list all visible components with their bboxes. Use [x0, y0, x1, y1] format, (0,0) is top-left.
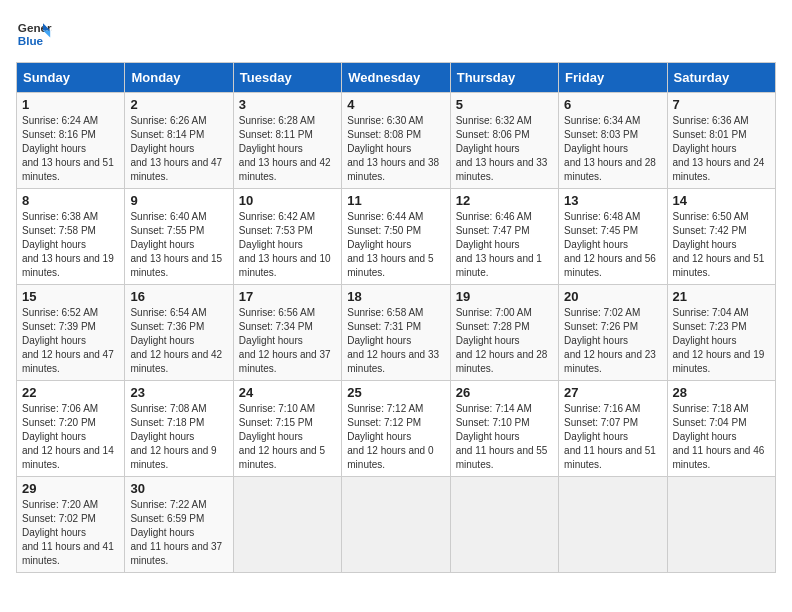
day-number: 27 [564, 385, 661, 400]
day-number: 26 [456, 385, 553, 400]
calendar-day-cell: 17Sunrise: 6:56 AMSunset: 7:34 PMDayligh… [233, 285, 341, 381]
calendar-week-row: 22Sunrise: 7:06 AMSunset: 7:20 PMDayligh… [17, 381, 776, 477]
calendar-day-cell: 5Sunrise: 6:32 AMSunset: 8:06 PMDaylight… [450, 93, 558, 189]
day-info: Sunrise: 7:14 AMSunset: 7:10 PMDaylight … [456, 402, 553, 472]
calendar-week-row: 15Sunrise: 6:52 AMSunset: 7:39 PMDayligh… [17, 285, 776, 381]
weekday-header-sunday: Sunday [17, 63, 125, 93]
day-number: 4 [347, 97, 444, 112]
day-number: 30 [130, 481, 227, 496]
day-number: 21 [673, 289, 770, 304]
logo: General Blue [16, 16, 52, 52]
day-info: Sunrise: 6:30 AMSunset: 8:08 PMDaylight … [347, 114, 444, 184]
logo-icon: General Blue [16, 16, 52, 52]
day-info: Sunrise: 6:54 AMSunset: 7:36 PMDaylight … [130, 306, 227, 376]
calendar-day-cell: 25Sunrise: 7:12 AMSunset: 7:12 PMDayligh… [342, 381, 450, 477]
calendar-day-cell: 4Sunrise: 6:30 AMSunset: 8:08 PMDaylight… [342, 93, 450, 189]
day-number: 16 [130, 289, 227, 304]
day-info: Sunrise: 6:36 AMSunset: 8:01 PMDaylight … [673, 114, 770, 184]
weekday-header-monday: Monday [125, 63, 233, 93]
day-number: 14 [673, 193, 770, 208]
day-number: 5 [456, 97, 553, 112]
day-info: Sunrise: 7:10 AMSunset: 7:15 PMDaylight … [239, 402, 336, 472]
calendar-day-cell: 30Sunrise: 7:22 AMSunset: 6:59 PMDayligh… [125, 477, 233, 573]
day-number: 8 [22, 193, 119, 208]
day-info: Sunrise: 6:26 AMSunset: 8:14 PMDaylight … [130, 114, 227, 184]
weekday-header-wednesday: Wednesday [342, 63, 450, 93]
page-header: General Blue [16, 16, 776, 52]
calendar-day-cell: 21Sunrise: 7:04 AMSunset: 7:23 PMDayligh… [667, 285, 775, 381]
day-info: Sunrise: 6:38 AMSunset: 7:58 PMDaylight … [22, 210, 119, 280]
calendar-day-cell [450, 477, 558, 573]
day-number: 25 [347, 385, 444, 400]
calendar-week-row: 29Sunrise: 7:20 AMSunset: 7:02 PMDayligh… [17, 477, 776, 573]
day-info: Sunrise: 7:06 AMSunset: 7:20 PMDaylight … [22, 402, 119, 472]
day-number: 6 [564, 97, 661, 112]
day-info: Sunrise: 6:48 AMSunset: 7:45 PMDaylight … [564, 210, 661, 280]
day-info: Sunrise: 6:50 AMSunset: 7:42 PMDaylight … [673, 210, 770, 280]
day-info: Sunrise: 7:08 AMSunset: 7:18 PMDaylight … [130, 402, 227, 472]
calendar-day-cell: 19Sunrise: 7:00 AMSunset: 7:28 PMDayligh… [450, 285, 558, 381]
day-number: 1 [22, 97, 119, 112]
calendar-day-cell: 16Sunrise: 6:54 AMSunset: 7:36 PMDayligh… [125, 285, 233, 381]
calendar-day-cell: 15Sunrise: 6:52 AMSunset: 7:39 PMDayligh… [17, 285, 125, 381]
day-info: Sunrise: 6:28 AMSunset: 8:11 PMDaylight … [239, 114, 336, 184]
day-info: Sunrise: 6:32 AMSunset: 8:06 PMDaylight … [456, 114, 553, 184]
day-info: Sunrise: 6:42 AMSunset: 7:53 PMDaylight … [239, 210, 336, 280]
day-number: 17 [239, 289, 336, 304]
calendar-day-cell: 1Sunrise: 6:24 AMSunset: 8:16 PMDaylight… [17, 93, 125, 189]
day-info: Sunrise: 6:24 AMSunset: 8:16 PMDaylight … [22, 114, 119, 184]
calendar-day-cell: 3Sunrise: 6:28 AMSunset: 8:11 PMDaylight… [233, 93, 341, 189]
calendar-table: SundayMondayTuesdayWednesdayThursdayFrid… [16, 62, 776, 573]
weekday-header-friday: Friday [559, 63, 667, 93]
calendar-day-cell: 12Sunrise: 6:46 AMSunset: 7:47 PMDayligh… [450, 189, 558, 285]
weekday-header-thursday: Thursday [450, 63, 558, 93]
calendar-day-cell: 10Sunrise: 6:42 AMSunset: 7:53 PMDayligh… [233, 189, 341, 285]
day-info: Sunrise: 6:58 AMSunset: 7:31 PMDaylight … [347, 306, 444, 376]
svg-text:Blue: Blue [18, 34, 44, 47]
day-number: 20 [564, 289, 661, 304]
weekday-header-tuesday: Tuesday [233, 63, 341, 93]
day-number: 19 [456, 289, 553, 304]
calendar-day-cell: 27Sunrise: 7:16 AMSunset: 7:07 PMDayligh… [559, 381, 667, 477]
day-number: 12 [456, 193, 553, 208]
day-info: Sunrise: 6:40 AMSunset: 7:55 PMDaylight … [130, 210, 227, 280]
weekday-header-saturday: Saturday [667, 63, 775, 93]
day-info: Sunrise: 7:22 AMSunset: 6:59 PMDaylight … [130, 498, 227, 568]
day-number: 23 [130, 385, 227, 400]
day-info: Sunrise: 7:02 AMSunset: 7:26 PMDaylight … [564, 306, 661, 376]
day-number: 18 [347, 289, 444, 304]
day-info: Sunrise: 7:20 AMSunset: 7:02 PMDaylight … [22, 498, 119, 568]
day-info: Sunrise: 7:00 AMSunset: 7:28 PMDaylight … [456, 306, 553, 376]
day-info: Sunrise: 6:46 AMSunset: 7:47 PMDaylight … [456, 210, 553, 280]
day-number: 11 [347, 193, 444, 208]
day-number: 10 [239, 193, 336, 208]
day-number: 3 [239, 97, 336, 112]
calendar-day-cell: 13Sunrise: 6:48 AMSunset: 7:45 PMDayligh… [559, 189, 667, 285]
day-info: Sunrise: 6:34 AMSunset: 8:03 PMDaylight … [564, 114, 661, 184]
day-number: 24 [239, 385, 336, 400]
calendar-day-cell: 6Sunrise: 6:34 AMSunset: 8:03 PMDaylight… [559, 93, 667, 189]
calendar-day-cell: 23Sunrise: 7:08 AMSunset: 7:18 PMDayligh… [125, 381, 233, 477]
calendar-week-row: 1Sunrise: 6:24 AMSunset: 8:16 PMDaylight… [17, 93, 776, 189]
calendar-day-cell: 29Sunrise: 7:20 AMSunset: 7:02 PMDayligh… [17, 477, 125, 573]
day-number: 13 [564, 193, 661, 208]
day-info: Sunrise: 7:04 AMSunset: 7:23 PMDaylight … [673, 306, 770, 376]
calendar-week-row: 8Sunrise: 6:38 AMSunset: 7:58 PMDaylight… [17, 189, 776, 285]
day-number: 22 [22, 385, 119, 400]
calendar-day-cell [233, 477, 341, 573]
day-info: Sunrise: 6:56 AMSunset: 7:34 PMDaylight … [239, 306, 336, 376]
calendar-day-cell: 26Sunrise: 7:14 AMSunset: 7:10 PMDayligh… [450, 381, 558, 477]
day-number: 2 [130, 97, 227, 112]
calendar-day-cell: 18Sunrise: 6:58 AMSunset: 7:31 PMDayligh… [342, 285, 450, 381]
calendar-day-cell: 20Sunrise: 7:02 AMSunset: 7:26 PMDayligh… [559, 285, 667, 381]
day-info: Sunrise: 7:12 AMSunset: 7:12 PMDaylight … [347, 402, 444, 472]
calendar-day-cell: 2Sunrise: 6:26 AMSunset: 8:14 PMDaylight… [125, 93, 233, 189]
day-number: 7 [673, 97, 770, 112]
calendar-day-cell [667, 477, 775, 573]
calendar-day-cell: 24Sunrise: 7:10 AMSunset: 7:15 PMDayligh… [233, 381, 341, 477]
day-number: 29 [22, 481, 119, 496]
calendar-day-cell: 14Sunrise: 6:50 AMSunset: 7:42 PMDayligh… [667, 189, 775, 285]
calendar-day-cell: 8Sunrise: 6:38 AMSunset: 7:58 PMDaylight… [17, 189, 125, 285]
calendar-day-cell: 7Sunrise: 6:36 AMSunset: 8:01 PMDaylight… [667, 93, 775, 189]
day-number: 28 [673, 385, 770, 400]
